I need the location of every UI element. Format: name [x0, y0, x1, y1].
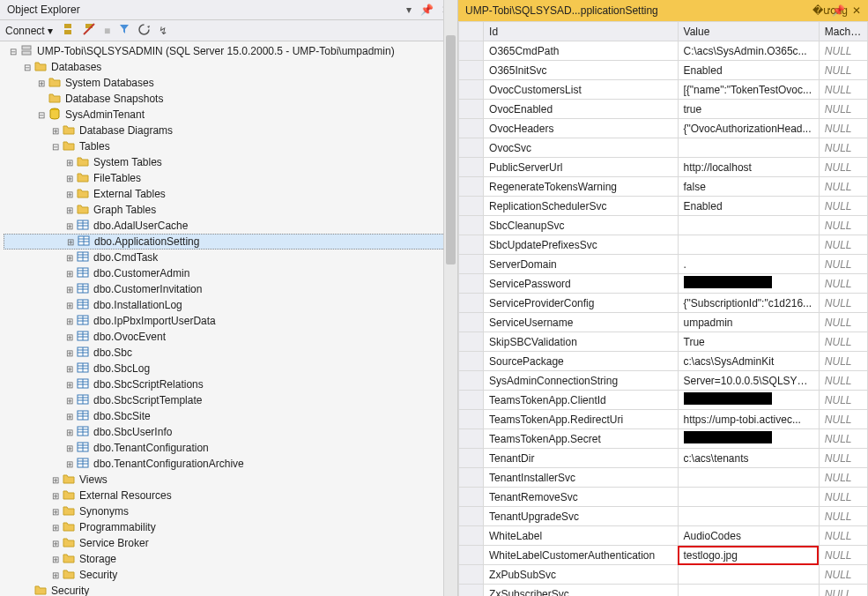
tree-toggle-icon[interactable]: ⊞	[63, 253, 76, 263]
cell-id[interactable]: ServicePassword	[484, 274, 678, 294]
table-row[interactable]: WhiteLabelAudioCodesNULL	[459, 526, 868, 546]
tree-node[interactable]: ⊟Tables	[4, 138, 457, 154]
tree-toggle-icon[interactable]: ⊞	[63, 174, 76, 183]
tree-toggle-icon[interactable]: ⊞	[63, 285, 76, 294]
pin-icon[interactable]: 📌	[420, 4, 434, 16]
row-selector[interactable]	[459, 255, 484, 274]
tree-toggle-icon[interactable]: ⊞	[63, 348, 76, 358]
tree-node[interactable]: ⊞dbo.CmdTask	[4, 250, 457, 265]
tree-node[interactable]: ⊞dbo.AdalUserCache	[4, 218, 457, 234]
cell-value[interactable]: {"SubscriptionId":"c1d216...	[678, 294, 819, 313]
cell-machine[interactable]: NULL	[819, 565, 867, 585]
table-row[interactable]: TeamsTokenApp.RedirectUrihttps://ump-tob…	[459, 410, 868, 429]
cell-id[interactable]: SbcCleanupSvc	[484, 216, 678, 235]
cell-value[interactable]: Server=10.0.0.5\SQLSYSA...	[678, 371, 819, 391]
row-selector[interactable]	[459, 100, 484, 119]
cell-id[interactable]: TenantInstallerSvc	[484, 468, 678, 488]
cell-id[interactable]: OvocEnabled	[484, 100, 678, 119]
table-row[interactable]: O365InitSvcEnabledNULL	[459, 61, 868, 80]
tree-toggle-icon[interactable]: ⊞	[63, 205, 76, 215]
table-row[interactable]: ZxSubscriberSvcNULL	[459, 585, 868, 597]
row-selector[interactable]	[459, 468, 484, 488]
table-row[interactable]: SbcUpdatePrefixesSvcNULL	[459, 235, 868, 255]
cell-id[interactable]: TenantUpgradeSvc	[484, 507, 678, 526]
row-selector[interactable]	[459, 274, 484, 294]
tree-node[interactable]: ⊞Programmability	[4, 519, 457, 535]
tree-node[interactable]: ⊞Graph Tables	[4, 202, 457, 218]
table-row[interactable]: TenantInstallerSvcNULL	[459, 468, 868, 488]
tab-pin-icon[interactable]: 📌	[832, 4, 845, 17]
row-selector[interactable]	[459, 158, 484, 177]
table-row[interactable]: ReplicationSchedulerSvcEnabledNULL	[459, 197, 868, 216]
tree-node[interactable]: ⊞dbo.SbcLog	[4, 361, 457, 376]
cell-id[interactable]: SbcUpdatePrefixesSvc	[484, 235, 678, 255]
tree-node[interactable]: ⊞dbo.CustomerInvitation	[4, 281, 457, 297]
tree-node[interactable]: ⊞Synonyms	[4, 503, 457, 519]
cell-id[interactable]: PublicServerUrl	[484, 158, 678, 177]
table-row[interactable]: OvocCustomersList[{"name":"TokenTestOvoc…	[459, 80, 868, 100]
tree-toggle-icon[interactable]: ⊞	[49, 475, 62, 485]
tab-close-icon[interactable]: ✕	[852, 4, 861, 17]
cell-id[interactable]: SysAdminConnectionString	[484, 371, 678, 391]
cell-id[interactable]: ReplicationSchedulerSvc	[484, 197, 678, 216]
cell-id[interactable]: ZxPubSubSvc	[484, 565, 678, 585]
tree-node[interactable]: ⊟SysAdminTenant	[4, 107, 457, 123]
tree-toggle-icon[interactable]: ⊞	[35, 78, 48, 88]
tree-node[interactable]: ⊞External Tables	[4, 186, 457, 202]
cell-machine[interactable]: NULL	[819, 352, 867, 371]
cell-machine[interactable]: NULL	[819, 449, 867, 468]
table-row[interactable]: TenantUpgradeSvcNULL	[459, 507, 868, 526]
cell-value[interactable]: Enabled	[678, 197, 819, 216]
cell-id[interactable]: ServiceUsername	[484, 313, 678, 332]
cell-machine[interactable]: NULL	[819, 158, 867, 177]
cell-id[interactable]: OvocSvc	[484, 138, 678, 158]
disconnect-icon[interactable]	[83, 23, 95, 38]
cell-value[interactable]	[678, 274, 819, 294]
table-row[interactable]: SourcePackagec:\acs\SysAdminKitNULL	[459, 352, 868, 371]
table-row[interactable]: PublicServerUrlhttp://localhostNULL	[459, 158, 868, 177]
cell-machine[interactable]: NULL	[819, 235, 867, 255]
cell-value[interactable]: c:\acs\SysAdminKit	[678, 352, 819, 371]
tree-toggle-icon[interactable]: ⊞	[63, 317, 76, 326]
cell-machine[interactable]: NULL	[819, 391, 867, 410]
connect-button[interactable]: Connect ▾	[5, 25, 53, 37]
cell-id[interactable]: TeamsTokenApp.RedirectUri	[484, 410, 678, 429]
cell-machine[interactable]: NULL	[819, 216, 867, 235]
cell-value[interactable]: c:\acs\tenants	[678, 449, 819, 468]
cell-id[interactable]: SourcePackage	[484, 352, 678, 371]
tree-node[interactable]: ⊞Views	[4, 472, 457, 488]
scrollbar-vertical[interactable]	[443, 0, 457, 596]
row-selector[interactable]	[459, 352, 484, 371]
tree-node[interactable]: ⊞External Resources	[4, 488, 457, 503]
cell-value[interactable]: http://localhost	[678, 158, 819, 177]
cell-value[interactable]	[678, 391, 819, 410]
tree-toggle-icon[interactable]: ⊞	[63, 428, 76, 437]
cell-id[interactable]: SkipSBCValidation	[484, 332, 678, 352]
cell-machine[interactable]: NULL	[819, 468, 867, 488]
cell-id[interactable]: ZxSubscriberSvc	[484, 585, 678, 597]
table-row[interactable]: O365CmdPathC:\acs\SysAdmin.O365c...NULL	[459, 41, 868, 61]
tree-toggle-icon[interactable]: ⊞	[63, 301, 76, 310]
row-selector[interactable]	[459, 449, 484, 468]
table-row[interactable]: ServiceUsernameumpadminNULL	[459, 313, 868, 332]
row-selector[interactable]	[459, 391, 484, 410]
tree-toggle-icon[interactable]: ⊞	[63, 221, 76, 231]
cell-value[interactable]	[678, 507, 819, 526]
cell-machine[interactable]: NULL	[819, 585, 867, 597]
tree-node[interactable]: Security	[4, 583, 457, 596]
tree-toggle-icon[interactable]: ⊞	[49, 555, 62, 564]
tree-node[interactable]: ⊞dbo.CustomerAdmin	[4, 265, 457, 281]
tree-toggle-icon[interactable]: ⊟	[49, 142, 62, 152]
col-header-machine[interactable]: Machine	[819, 22, 867, 41]
cell-machine[interactable]: NULL	[819, 371, 867, 391]
cell-machine[interactable]: NULL	[819, 332, 867, 352]
tree-node[interactable]: ⊞dbo.OvocEvent	[4, 329, 457, 345]
tree-toggle-icon[interactable]: ⊞	[49, 126, 62, 136]
cell-value[interactable]	[678, 216, 819, 235]
tree-node[interactable]: ⊟Databases	[4, 59, 457, 75]
cell-value[interactable]: C:\acs\SysAdmin.O365c...	[678, 41, 819, 61]
script-icon[interactable]: ↯	[159, 25, 167, 37]
cell-machine[interactable]: NULL	[819, 119, 867, 138]
tree-toggle-icon[interactable]: ⊟	[35, 110, 48, 120]
cell-id[interactable]: OvocHeaders	[484, 119, 678, 138]
